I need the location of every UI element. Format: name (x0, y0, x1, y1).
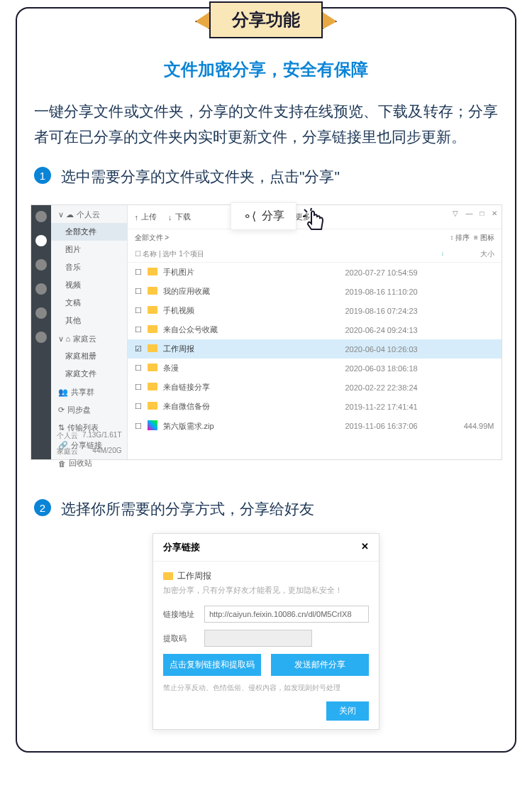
zip-icon (148, 420, 157, 430)
table-row[interactable]: ☐手机视频2019-08-16 07:24:23 (128, 301, 501, 320)
folder-icon (148, 325, 157, 333)
mail-icon[interactable] (35, 259, 47, 270)
chat-icon[interactable] (35, 283, 47, 295)
step-text: 选中需要分享的文件或文件夹，点击"分享" (61, 167, 340, 187)
table-row[interactable]: ☐第六版需求.zip2019-11-06 16:37:06444.99M (128, 416, 501, 436)
code-input[interactable] (204, 630, 312, 647)
folder-icon (148, 344, 157, 352)
download-button[interactable]: ↓ 下载 (168, 212, 191, 222)
personal-cloud-section[interactable]: ∨ ☁ 个人云 (51, 205, 127, 223)
family-cloud-section[interactable]: ∨ ⌂ 家庭云 (51, 329, 127, 347)
banner-title: 分享功能 (209, 1, 323, 38)
svg-line-0 (304, 209, 307, 212)
folder-icon (163, 572, 173, 580)
sidebar-item[interactable]: 文稿 (51, 294, 127, 312)
storage-family: 家庭云44M/20G (51, 444, 128, 459)
view-controls[interactable]: ↕ 排序 ≡ 图标 (450, 233, 494, 243)
sidebar-item[interactable]: 家庭相册 (51, 347, 127, 365)
table-row[interactable]: ☐我的应用收藏2019-08-16 11:10:20 (128, 282, 501, 301)
code-label: 提取码 (163, 633, 199, 644)
sidebar-icons (31, 205, 51, 459)
sidebar-item[interactable]: 家庭文件 (51, 365, 127, 383)
sidebar-item[interactable]: 音乐 (51, 258, 127, 276)
folder-icon (148, 306, 157, 314)
table-row[interactable]: ☐来自链接分享2020-02-22 22:38:24 (128, 378, 501, 397)
list-header: ☐ 名称 | 选中 1个项目 ↓ 大小 (128, 246, 501, 263)
description: 一键分享文件或文件夹，分享的文件支持在线预览、下载及转存；分享者可在已分享的文件… (17, 99, 515, 149)
sidebar-item[interactable]: 全部文件 (51, 223, 127, 241)
table-row[interactable]: ☐来自公众号收藏2020-06-24 09:24:13 (128, 320, 501, 339)
close-icon[interactable]: ✕ (361, 541, 369, 554)
table-row[interactable]: ☐条漫2020-06-03 18:06:18 (128, 359, 501, 378)
table-row[interactable]: ☑工作周报2020-06-04 10:26:03 (128, 339, 501, 359)
dialog-subtitle: 加密分享，只有分享好友才能看见，更加隐私安全！ (163, 585, 369, 596)
folder-icon (148, 364, 157, 371)
share-dialog: 分享链接 ✕ 工作周报 加密分享，只有分享好友才能看见，更加隐私安全！ 链接地址… (153, 533, 379, 730)
close-button[interactable]: 关闭 (326, 701, 369, 721)
folder-icon (148, 287, 157, 295)
step-text: 选择你所需要的分享方式，分享给好友 (61, 499, 314, 519)
table-row[interactable]: ☐手机图片2020-07-27 10:54:59 (128, 263, 501, 282)
sidebar-item[interactable]: 视频 (51, 276, 127, 294)
step-number: 1 (34, 167, 51, 184)
dialog-title: 分享链接 (163, 541, 200, 554)
link-input[interactable] (204, 606, 369, 623)
breadcrumb[interactable]: 全部文件 > (135, 233, 170, 243)
file-manager-screenshot: ∨ ☁ 个人云 全部文件 图片 音乐 视频 文稿 其他 ∨ ⌂ 家庭云 家庭相册… (31, 204, 502, 460)
storage-personal: 个人云7.13G/1.61T (51, 428, 128, 444)
folder-icon (148, 268, 157, 275)
cloud-icon[interactable] (35, 235, 47, 246)
window-controls[interactable]: ▽—□✕ (453, 209, 497, 217)
link-label: 链接地址 (163, 609, 199, 620)
share-icon: ⚬⟨ (243, 209, 256, 223)
step-2: 2 选择你所需要的分享方式，分享给好友 (17, 481, 515, 530)
upload-button[interactable]: ↑ 上传 (135, 212, 157, 222)
section-title: 文件加密分享，安全有保障 (17, 58, 515, 81)
contacts-icon[interactable] (35, 307, 47, 319)
share-group[interactable]: 👥 共享群 (51, 383, 127, 400)
mail-button[interactable]: 发送邮件分享 (271, 654, 369, 676)
folder-icon (148, 383, 157, 390)
folder-icon (148, 402, 157, 410)
step-1: 1 选中需要分享的文件或文件夹，点击"分享" (17, 149, 515, 197)
sidebar-item[interactable]: 图片 (51, 241, 127, 258)
avatar-icon[interactable] (35, 211, 47, 222)
calendar-icon[interactable] (35, 332, 47, 343)
toolbar: ↑ 上传 ↓ 下载 ⋯ 更多 ▾ ▽—□✕ ⚬⟨ 分享 (128, 205, 501, 229)
svg-line-1 (303, 216, 306, 217)
dialog-file: 工作周报 (163, 570, 369, 582)
pointer-hand-icon (301, 207, 331, 236)
warning-text: 禁止分享反动、色情低俗、侵权内容，如发现则封号处理 (163, 683, 369, 693)
sidebar-item[interactable]: 其他 (51, 312, 127, 329)
table-row[interactable]: ☐来自微信备份2019-11-22 17:41:41 (128, 397, 501, 416)
svg-line-2 (311, 208, 311, 211)
share-button-highlight[interactable]: ⚬⟨ 分享 (231, 202, 297, 230)
step-number: 2 (34, 499, 51, 516)
sidebar-tree: ∨ ☁ 个人云 全部文件 图片 音乐 视频 文稿 其他 ∨ ⌂ 家庭云 家庭相册… (51, 205, 128, 459)
copy-button[interactable]: 点击复制链接和提取码 (163, 654, 261, 676)
sync-disk[interactable]: ⟳ 同步盘 (51, 400, 127, 418)
